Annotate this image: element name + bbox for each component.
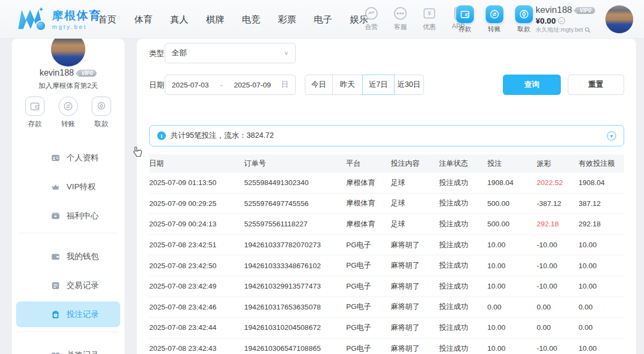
calendar-icon: 日 [281, 80, 289, 90]
cell-valid: 292.18 [579, 220, 624, 228]
nav-link-home[interactable]: 首页 [98, 13, 116, 26]
quick-range-group: 今日 昨天 近7日 近30日 [305, 75, 424, 95]
affiliate-button[interactable]: 合营 [361, 6, 382, 32]
cell-content: 麻将胡了 [391, 302, 439, 312]
cell-valid: 1908.04 [579, 179, 624, 187]
sidebar-item-transactions[interactable]: 交易记录 [16, 272, 120, 298]
sidebar-item-redeem[interactable]: 兑奖记录 [16, 342, 120, 354]
type-select-value: 全部 [172, 48, 187, 58]
info-icon: i [157, 131, 166, 140]
cell-payout: 0.00 [537, 323, 579, 331]
cell-platform: 摩根体育 [346, 219, 391, 229]
expand-summary-icon[interactable]: ▾ [607, 131, 616, 141]
withdraw-icon [92, 97, 111, 116]
sidebar-vip-badge: VIP0 [77, 70, 97, 77]
sidebar-transfer-button[interactable]: 转账 [57, 97, 79, 129]
cell-bet: 10.00 [487, 323, 537, 331]
menu-label: 个人资料 [67, 153, 99, 163]
cell-valid: 10.00 [579, 282, 624, 290]
vip-badge: VIP0 [575, 7, 595, 14]
username[interactable]: kevin188 [536, 5, 572, 16]
range-today-button[interactable]: 今日 [305, 75, 333, 95]
cell-platform: PG电子 [346, 302, 391, 312]
sidebar-item-wallet[interactable]: 我的钱包 [16, 244, 120, 269]
cell-bet: 10.00 [487, 344, 537, 352]
query-button[interactable]: 查询 [503, 75, 561, 95]
cell-platform: PG电子 [346, 344, 391, 353]
cell-bet: 0.00 [487, 303, 537, 311]
customer-service-button[interactable]: 客服 [390, 6, 411, 32]
date-start: 2025-07-03 [172, 81, 209, 89]
table-row: 2025-07-08 23:42:501942610333348676102PG… [149, 255, 624, 276]
col-order: 订单号 [244, 159, 346, 168]
sidebar-item-benefits[interactable]: 福利中心 [16, 203, 120, 228]
sidebar-item-bet-records[interactable]: 投注记录 [16, 301, 120, 327]
refresh-balance-icon[interactable]: ⌄ [558, 17, 565, 24]
cell-status: 投注成功 [439, 344, 487, 353]
site-logo[interactable]: ✦ 摩根体育 mgty.bet [18, 5, 101, 32]
cell-content: 麻将胡了 [391, 240, 439, 250]
cell-status: 投注成功 [439, 198, 487, 208]
sidebar-avatar[interactable] [51, 39, 85, 67]
cell-valid: 387.12 [579, 200, 624, 208]
vip-crown-icon [50, 182, 60, 191]
nav-link-esports[interactable]: 电竞 [242, 13, 260, 26]
cell-date: 2025-07-09 00:24:13 [149, 220, 244, 228]
range-yesterday-button[interactable]: 昨天 [332, 75, 363, 95]
cell-valid: 10.00 [579, 262, 624, 270]
date-separator: - [219, 81, 224, 89]
range-7days-button[interactable]: 近7日 [362, 75, 394, 95]
cell-order: 1942610333348676102 [244, 262, 346, 270]
cell-valid: 0.00 [579, 303, 624, 311]
range-30days-button[interactable]: 近30日 [394, 75, 424, 95]
nav-link-live[interactable]: 真人 [170, 13, 188, 26]
transfer-button[interactable]: 转账 [484, 5, 505, 34]
cell-payout: -10.00 [537, 241, 579, 249]
magnifier-icon[interactable] [584, 27, 591, 33]
cell-platform: PG电子 [346, 323, 391, 333]
cell-date: 2025-07-09 00:29:25 [149, 200, 244, 208]
cell-status: 投注成功 [439, 323, 487, 333]
cell-order: 1942610317653635078 [244, 303, 346, 311]
cell-platform: PG电子 [346, 282, 391, 291]
col-platform: 平台 [346, 159, 391, 168]
cell-bet: 1908.04 [487, 179, 537, 187]
cell-payout: -10.00 [537, 282, 579, 290]
cell-date: 2025-07-09 01:13:50 [149, 179, 244, 187]
benefits-icon [50, 211, 60, 220]
sidebar-username: kevin188 [40, 68, 74, 78]
type-select[interactable]: 全部 ∨ [165, 43, 296, 63]
cell-valid: 10.00 [579, 344, 624, 352]
cell-payout: -387.12 [537, 200, 579, 208]
top-navbar: ✦ 摩根体育 mgty.bet 首页 体育 真人 棋牌 电竞 彩票 电子 娱乐 … [0, 0, 644, 39]
chevron-down-icon: ∨ [284, 50, 289, 56]
table-body: 2025-07-09 01:13:505255984491302340摩根体育足… [149, 173, 624, 354]
menu-divider [18, 233, 118, 240]
nav-link-slots[interactable]: 电子 [314, 13, 332, 26]
cell-payout: 0.00 [537, 303, 579, 311]
date-range-picker[interactable]: 2025-07-03 - 2025-07-09 日 [165, 75, 296, 95]
sidebar-withdraw-button[interactable]: 取款 [90, 97, 113, 129]
sidebar-item-vip[interactable]: VIP特权 [16, 174, 120, 200]
nav-link-cards[interactable]: 棋牌 [206, 13, 224, 26]
col-valid: 有效投注额 [579, 159, 624, 168]
sidebar-join-text: 加入摩根体育第2天 [12, 81, 125, 91]
sidebar-deposit-button[interactable]: 存款 [24, 97, 46, 129]
summary-bar: i 共计95笔投注，流水：3824.72 ▾ [149, 125, 624, 146]
cell-platform: PG电子 [346, 261, 391, 270]
nav-link-lottery[interactable]: 彩票 [278, 13, 296, 26]
table-row: 2025-07-08 23:42:511942610337782070273PG… [149, 235, 624, 256]
nav-link-sports[interactable]: 体育 [134, 13, 152, 26]
deposit-icon [25, 97, 45, 116]
user-avatar[interactable] [605, 5, 633, 33]
withdraw-button[interactable]: 取款 [513, 5, 535, 34]
balance-amount: ¥0.00 [536, 16, 556, 25]
deposit-button[interactable]: 存款 [454, 5, 475, 34]
reset-button[interactable]: 重置 [568, 75, 624, 95]
table-row: 2025-07-08 23:42:441942610310204508672PG… [149, 318, 624, 338]
menu-label: 兑奖记录 [67, 350, 99, 354]
cell-status: 投注成功 [439, 282, 487, 291]
sidebar-item-profile[interactable]: 个人资料 [16, 145, 120, 171]
cell-bet: 10.00 [487, 262, 537, 270]
promo-button[interactable]: ¥ 优惠 [419, 6, 440, 32]
